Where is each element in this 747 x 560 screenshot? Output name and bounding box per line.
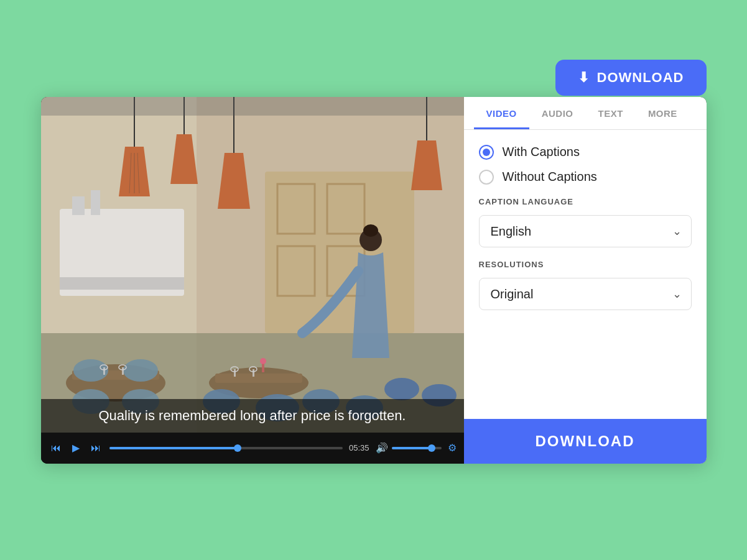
video-controls: ⏮ ▶ ⏭ 05:35 🔊 ⚙ xyxy=(41,433,464,464)
volume-thumb xyxy=(428,444,435,452)
top-download-label: DOWNLOAD xyxy=(597,70,684,86)
with-captions-radio[interactable] xyxy=(479,145,494,160)
svg-point-30 xyxy=(260,358,266,364)
svg-rect-4 xyxy=(91,190,100,215)
main-container: Quality is remembered long after price i… xyxy=(41,97,707,464)
caption-language-container: CAPTION LANGUAGE English Spanish French … xyxy=(479,197,692,247)
panel-download-button[interactable]: DOWNLOAD xyxy=(464,419,707,464)
caption-bar: Quality is remembered long after price i… xyxy=(41,399,464,433)
caption-language-label: CAPTION LANGUAGE xyxy=(479,197,692,206)
tab-video[interactable]: VIDEO xyxy=(474,97,529,129)
time-display: 05:35 xyxy=(349,443,369,452)
download-icon: ⬇ xyxy=(578,70,590,86)
caption-text: Quality is remembered long after price i… xyxy=(98,408,406,423)
caption-language-dropdown-wrapper: English Spanish French German ⌄ xyxy=(479,215,692,247)
panel-section: VIDEO AUDIO TEXT MORE With Captions xyxy=(464,97,707,464)
svg-point-37 xyxy=(363,224,378,237)
resolutions-select[interactable]: Original 1080p 720p 480p 360p xyxy=(479,278,692,310)
svg-rect-25 xyxy=(234,369,236,377)
svg-point-19 xyxy=(384,378,419,400)
progress-fill xyxy=(109,447,238,449)
volume-bar[interactable] xyxy=(392,447,442,449)
panel-content: With Captions Without Captions CAPTION L… xyxy=(464,130,707,419)
svg-point-14 xyxy=(123,359,158,382)
tabs-row: VIDEO AUDIO TEXT MORE xyxy=(464,97,707,130)
with-captions-option[interactable]: With Captions xyxy=(479,145,692,160)
svg-point-13 xyxy=(73,359,108,382)
radio-dot xyxy=(483,149,490,156)
tab-text[interactable]: TEXT xyxy=(586,97,636,129)
without-captions-label: Without Captions xyxy=(503,170,597,184)
svg-rect-5 xyxy=(60,277,184,290)
with-captions-label: With Captions xyxy=(503,145,580,159)
volume-section: 🔊 xyxy=(376,442,442,454)
without-captions-radio[interactable] xyxy=(479,170,494,185)
tab-more[interactable]: MORE xyxy=(636,97,690,129)
radio-group: With Captions Without Captions xyxy=(479,145,692,185)
play-button[interactable]: ▶ xyxy=(70,441,82,455)
video-section: Quality is remembered long after price i… xyxy=(41,97,464,464)
progress-thumb xyxy=(234,444,241,452)
resolutions-dropdown-wrapper: Original 1080p 720p 480p 360p ⌄ xyxy=(479,278,692,310)
svg-rect-3 xyxy=(72,196,85,215)
svg-rect-23 xyxy=(122,367,124,375)
skip-forward-button[interactable]: ⏭ xyxy=(88,441,103,455)
svg-rect-45 xyxy=(41,97,464,116)
svg-rect-21 xyxy=(103,367,105,375)
top-download-button[interactable]: ⬇ DOWNLOAD xyxy=(555,60,707,96)
svg-rect-27 xyxy=(253,369,254,377)
restaurant-illustration xyxy=(41,97,464,433)
svg-rect-29 xyxy=(262,363,264,372)
without-captions-option[interactable]: Without Captions xyxy=(479,170,692,185)
volume-fill xyxy=(392,447,432,449)
resolutions-label: RESOLUTIONS xyxy=(479,260,692,269)
progress-bar[interactable] xyxy=(109,447,343,449)
volume-button[interactable]: 🔊 xyxy=(376,442,388,454)
video-visual xyxy=(41,97,464,433)
caption-language-select[interactable]: English Spanish French German xyxy=(479,215,692,247)
tab-audio[interactable]: AUDIO xyxy=(529,97,586,129)
skip-back-button[interactable]: ⏮ xyxy=(49,441,63,455)
settings-button[interactable]: ⚙ xyxy=(448,442,457,454)
svg-rect-10 xyxy=(215,374,302,383)
resolutions-container: RESOLUTIONS Original 1080p 720p 480p 360… xyxy=(479,260,692,310)
svg-rect-31 xyxy=(265,172,414,333)
